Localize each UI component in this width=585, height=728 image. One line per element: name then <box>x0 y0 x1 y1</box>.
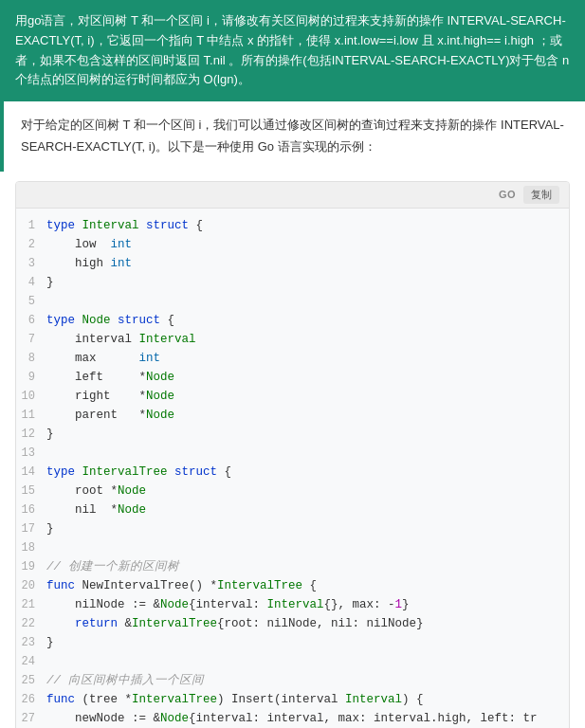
line-number: 1 <box>16 216 46 235</box>
line-content: } <box>46 519 569 538</box>
code-wrapper: GO 复制 1type Interval struct {2 low int3 … <box>15 181 570 728</box>
code-line: 19// 创建一个新的区间树 <box>16 557 569 576</box>
code-line: 22 return &IntervalTree{root: nilNode, n… <box>16 614 569 633</box>
line-number: 4 <box>16 273 46 292</box>
description-block: 对于给定的区间树 T 和一个区间 i，我们可以通过修改区间树的查询过程来支持新的… <box>0 101 585 172</box>
line-content: func (tree *IntervalTree) Insert(interva… <box>46 690 569 709</box>
line-content: high int <box>46 254 569 273</box>
code-line: 2 low int <box>16 235 569 254</box>
line-number: 11 <box>16 406 46 425</box>
line-content: } <box>46 273 569 292</box>
line-number: 18 <box>16 538 46 557</box>
line-content: } <box>46 425 569 444</box>
code-toolbar: GO 复制 <box>16 182 569 209</box>
line-number: 15 <box>16 482 46 500</box>
code-line: 18 <box>16 538 569 557</box>
line-number: 5 <box>16 292 46 311</box>
code-line: 24 <box>16 652 569 671</box>
line-content: type IntervalTree struct { <box>46 463 569 482</box>
line-content: nil *Node <box>46 500 569 519</box>
code-line: 3 high int <box>16 254 569 273</box>
line-content: type Interval struct { <box>46 216 569 235</box>
code-line: 6type Node struct { <box>16 311 569 330</box>
line-content: left *Node <box>46 368 569 387</box>
code-line: 1type Interval struct { <box>16 216 569 235</box>
code-line: 21 nilNode := &Node{interval: Interval{}… <box>16 595 569 614</box>
line-number: 13 <box>16 444 46 463</box>
line-number: 12 <box>16 425 46 444</box>
line-number: 22 <box>16 614 46 633</box>
line-number: 25 <box>16 671 46 690</box>
copy-button[interactable]: 复制 <box>523 186 559 204</box>
line-content: return &IntervalTree{root: nilNode, nil:… <box>46 614 569 633</box>
code-line: 10 right *Node <box>16 387 569 406</box>
banner-text: 用go语言，对区间树 T 和一个区间 i，请修改有关区间树的过程来支持新的操作 … <box>15 13 569 86</box>
line-number: 16 <box>16 500 46 519</box>
code-line: 17} <box>16 519 569 538</box>
line-number: 21 <box>16 595 46 614</box>
line-number: 2 <box>16 235 46 254</box>
line-number: 19 <box>16 557 46 576</box>
line-content: newNode := &Node{interval: interval, max… <box>46 709 569 728</box>
code-line: 26func (tree *IntervalTree) Insert(inter… <box>16 690 569 709</box>
code-line: 11 parent *Node <box>16 406 569 425</box>
line-content: type Node struct { <box>46 311 569 330</box>
line-content: // 向区间树中插入一个区间 <box>46 671 569 690</box>
code-line: 15 root *Node <box>16 482 569 500</box>
line-number: 3 <box>16 254 46 273</box>
code-line: 20func NewIntervalTree() *IntervalTree { <box>16 576 569 595</box>
code-line: 9 left *Node <box>16 368 569 387</box>
line-number: 8 <box>16 349 46 368</box>
code-line: 13 <box>16 444 569 463</box>
description-text: 对于给定的区间树 T 和一个区间 i，我们可以通过修改区间树的查询过程来支持新的… <box>4 101 585 172</box>
line-number: 14 <box>16 463 46 482</box>
line-content: root *Node <box>46 482 569 500</box>
code-line: 5 <box>16 292 569 311</box>
line-number: 6 <box>16 311 46 330</box>
line-number: 20 <box>16 576 46 595</box>
code-line: 23} <box>16 633 569 652</box>
line-content: nilNode := &Node{interval: Interval{}, m… <box>46 595 569 614</box>
line-content: // 创建一个新的区间树 <box>46 557 569 576</box>
top-banner: 用go语言，对区间树 T 和一个区间 i，请修改有关区间树的过程来支持新的操作 … <box>0 0 585 101</box>
code-line: 12} <box>16 425 569 444</box>
line-number: 7 <box>16 330 46 349</box>
line-number: 10 <box>16 387 46 406</box>
code-lang-label: GO <box>499 189 516 200</box>
line-number: 9 <box>16 368 46 387</box>
code-line: 14type IntervalTree struct { <box>16 463 569 482</box>
code-line: 25// 向区间树中插入一个区间 <box>16 671 569 690</box>
line-content: parent *Node <box>46 406 569 425</box>
line-content: max int <box>46 349 569 368</box>
line-number: 26 <box>16 690 46 709</box>
line-number: 27 <box>16 709 46 728</box>
line-content: right *Node <box>46 387 569 406</box>
line-content: low int <box>46 235 569 254</box>
line-number: 24 <box>16 652 46 671</box>
line-number: 17 <box>16 519 46 538</box>
line-content: interval Interval <box>46 330 569 349</box>
code-line: 16 nil *Node <box>16 500 569 519</box>
code-line: 27 newNode := &Node{interval: interval, … <box>16 709 569 728</box>
line-content: func NewIntervalTree() *IntervalTree { <box>46 576 569 595</box>
line-content: } <box>46 633 569 652</box>
code-block: 1type Interval struct {2 low int3 high i… <box>16 209 569 728</box>
code-line: 4} <box>16 273 569 292</box>
line-number: 23 <box>16 633 46 652</box>
code-line: 7 interval Interval <box>16 330 569 349</box>
code-line: 8 max int <box>16 349 569 368</box>
